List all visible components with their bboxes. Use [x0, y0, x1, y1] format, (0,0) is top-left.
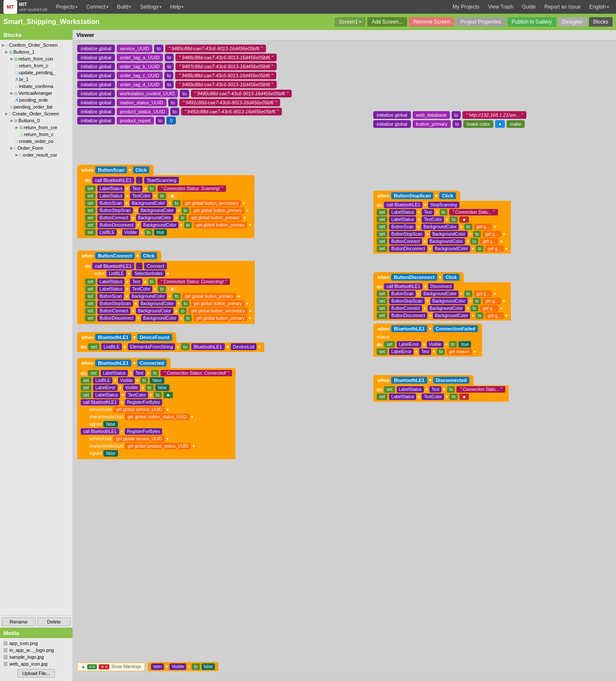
tree-item-return-from-c1[interactable]: □ return_from_c [0, 62, 72, 69]
disconnected-rows: do set LabelStatus ▾ Text ▾ to " Connect… [373, 385, 509, 402]
do-connect-call: do call BluetoothLE1 . Connect [82, 262, 255, 270]
logo-icon: MIT [3, 0, 17, 14]
connect-index: index ListBLE ▾ SelectionIndex ▾ [82, 270, 255, 277]
connected-do-wrapper: do set LabelStatus ▾ Text ▾ to " Connect… [77, 368, 236, 459]
disconnect-event: when ButtonDisconnect ▾ Click do call Bl… [373, 272, 511, 321]
stopscan-scan-bg: set ButtonScan ▾ BackgroundColor ▾ to ge… [377, 224, 507, 230]
view-trash-link[interactable]: View Trash [485, 3, 517, 11]
settings-menu[interactable]: Settings▾ [136, 3, 165, 11]
blocks-tree[interactable]: ▶ □ Confirm_Order_Screen ▶ ⊞ Buttons_1 ▶… [0, 40, 72, 615]
init-station-status: initialize global station_status_UUID to… [77, 99, 292, 106]
media-header: Media [0, 628, 72, 638]
tree-item-create-order-co[interactable]: □ create_order_co [0, 138, 72, 145]
report-issue-link[interactable]: Report an Issue [541, 3, 584, 11]
init-web-database: initialize global web_database to " http… [373, 111, 526, 119]
when-button-scan: when ButtonScan ▾ Click [77, 165, 154, 175]
connected-register2: call BluetoothLE1 ▾ RegisterForBytes [81, 428, 232, 435]
tree-item-buttons1[interactable]: ▶ ⊞ Buttons_1 [0, 48, 72, 55]
connfail-visible: do set LabelError ▾ Visible ▾ to true [377, 341, 479, 348]
connect-connectbtn-bg: set ButtonConnect ▾ BackgroundColor ▾ to… [85, 308, 251, 314]
logo-text: MIT APP INVENTOR [19, 2, 48, 12]
tree-item-return-from-con[interactable]: ▶ ⊞ return_from_con [0, 55, 72, 62]
connect-label-color: set LabelStatus ▾ TextColor ▾ to ■ [85, 286, 251, 292]
delete-button[interactable]: Delete [37, 617, 71, 626]
tree-item-pending-order-list[interactable]: ≡ pending_order_list [0, 103, 72, 110]
connect-stopscan-bg: set ButtonStopScan ▾ BackgroundColor ▾ t… [85, 300, 251, 307]
init-order-tag-d: initialize global order_tag_d_UUID to " … [77, 81, 292, 88]
projects-menu[interactable]: Projects▾ [53, 3, 81, 11]
button-scan-event: when ButtonScan ▾ Click do call Bluetoot… [77, 165, 254, 238]
toolbar: Smart_Shipping_Workstation Screen1▾ Add … [0, 14, 616, 30]
main-area: Blocks ▶ □ Confirm_Order_Screen ▶ ⊞ Butt… [0, 30, 616, 681]
help-menu[interactable]: Help▾ [167, 3, 187, 11]
blocks-canvas[interactable]: initialize global service_UUID to " 9485… [73, 40, 616, 679]
init-product-status: initialize global product_status_UUID to… [77, 108, 292, 115]
connfail-rows: do set LabelError ▾ Visible ▾ to true se… [373, 340, 482, 357]
connected-rows: do set LabelStatus ▾ Text ▾ to " Connect… [77, 369, 236, 458]
init-globals-group: initialize global service_UUID to " 9485… [77, 45, 292, 126]
register2-char: characteristicUuid get global product_st… [89, 443, 232, 449]
media-item-web-icon[interactable]: 🖼 web_app_icon.jpg [2, 660, 71, 667]
disconnect-call: do call BluetoothLE1 ▾ Disconnect [377, 283, 507, 290]
blocks-workspace: initialize global service_UUID to " 9485… [73, 40, 616, 679]
tree-item-br1[interactable]: A br_1 [0, 76, 72, 83]
init-right-group: initialize global web_database to " http… [373, 111, 526, 129]
language-menu[interactable]: English▾ [586, 3, 613, 11]
guide-link[interactable]: Guide [519, 3, 539, 11]
logo: MIT MIT APP INVENTOR [3, 0, 48, 14]
register1-signed: signed false [89, 421, 232, 427]
media-item-sample-logo[interactable]: 🖼 sample_logo.jpg [2, 654, 71, 660]
app-title: Smart_Shipping_Workstation [3, 18, 100, 26]
blocks-header: Blocks [0, 30, 72, 40]
tree-item-vertical-arranger[interactable]: ▶ ⊟ VerticalArranger [0, 90, 72, 97]
tree-item-order-form[interactable]: ▶ □ Order_Form [0, 145, 72, 151]
tree-item-update-pending[interactable]: □ update_pending_ [0, 69, 72, 76]
connection-failed-event: when BluetoothLE1 ▾ ConnectionFailed rea… [373, 324, 482, 357]
disconnected-color: set LabelStatus ▾ TextColor ▾ to ■ [377, 393, 505, 400]
disconn-scan-bg: set ButtonScan ▾ BackgroundColor ▾ to ge… [377, 291, 507, 297]
tree-item-order-result-cor[interactable]: ▶ □ order_result_cor [0, 151, 72, 158]
media-item-app-icon[interactable]: 🖼 app_icon.png [2, 640, 71, 647]
scan-set-rows: set LabelStatus ▾ Text ▾ to " Connection… [82, 185, 254, 237]
tree-item-initiate-confirma[interactable]: □ initiate_confirma [0, 83, 72, 90]
tree-item-pending-orde[interactable]: A pending_orde [0, 97, 72, 103]
upload-file-button[interactable]: Upload File... [18, 669, 55, 678]
tree-item-create-order-screen[interactable]: ▶ □ Create_Order_Screen [0, 110, 72, 117]
stopscan-disconnect-bg: set ButtonDisconnect ▾ BackgroundColor ▾… [377, 245, 507, 252]
show-warnings-btn[interactable]: ▲ A 0 ✕ 0 Show Warnings [77, 663, 145, 671]
connfail-text: set LabelError ▾ Text ▾ to get reason ▾ [377, 348, 479, 355]
tree-item-buttons0[interactable]: ▶ ⊞ Buttons_0 [0, 117, 72, 124]
stopscan-stopscan-bg: set ButtonStopScan ▾ BackgroundColor ▾ t… [377, 231, 507, 237]
set-label-status-color: set LabelStatus ▾ TextColor ▾ to ■ [85, 193, 251, 199]
build-menu[interactable]: Build▾ [114, 3, 135, 11]
tree-item-return-from-c2[interactable]: □ return_from_c [0, 131, 72, 138]
add-screen-button[interactable]: Add Screen... [367, 17, 407, 27]
register2-params: serviceUuid get global service_UUID ▾ ch… [81, 436, 232, 457]
connect-label-text: set LabelStatus ▾ Text ▾ to " Connection… [85, 278, 251, 285]
do-scan-wrapper: do call BluetoothLE1 . StartScanning set… [77, 175, 254, 238]
screen-selector[interactable]: Screen1▾ [335, 17, 366, 27]
screen-visible-block: reen ▾ Visible ▾ to false [148, 662, 218, 671]
designer-button[interactable]: Designer [558, 17, 587, 27]
disconnected-text: do set LabelStatus ▾ Text ▾ to " Connect… [377, 386, 505, 393]
disconn-disconnectbtn-bg: set ButtonDisconnect ▾ BackgroundColor ▾… [377, 312, 507, 319]
tree-item-confirm-screen[interactable]: ▶ □ Confirm_Order_Screen [0, 42, 72, 48]
publish-to-gallery-button[interactable]: Publish to Gallery [507, 17, 556, 27]
viewer-header: Viewer [73, 30, 616, 40]
connect-menu[interactable]: Connect▾ [83, 3, 112, 11]
register2-service: serviceUuid get global service_UUID ▾ [89, 436, 232, 442]
init-service-uuid: initialize global service_UUID to " 9485… [77, 45, 292, 52]
register1-char: characteristicUuid get global station_st… [89, 414, 232, 420]
media-item-logo[interactable]: 🖼 in_app_w..._logo.png [2, 647, 71, 654]
remove-screen-button[interactable]: Remove Screen [409, 17, 454, 27]
stopscan-text: set LabelStatus ▾ Text ▾ to " Connection… [377, 209, 507, 215]
tree-buttons: Rename Delete [0, 615, 72, 628]
tree-item-return-from-cre[interactable]: ▶ ⊞ return_from_cre [0, 124, 72, 131]
blocks-button[interactable]: Blocks [589, 17, 613, 27]
project-properties-button[interactable]: Project Properties [456, 17, 505, 27]
rename-button[interactable]: Rename [2, 617, 36, 626]
stopscan-color: set LabelStatus ▾ TextColor ▾ to ■ [377, 216, 507, 223]
my-projects-link[interactable]: My Projects [449, 3, 483, 11]
disconnect-rows: do call BluetoothLE1 ▾ Disconnect set Bu… [373, 282, 511, 321]
init-workstation-control: initialize global workstation_control_UU… [77, 90, 292, 97]
